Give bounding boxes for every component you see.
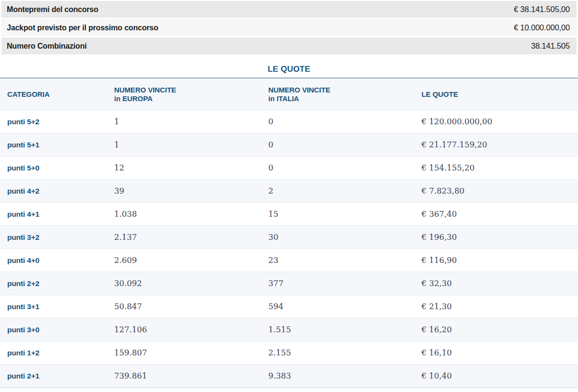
cell-wins-europa: 39 bbox=[114, 186, 268, 196]
quote-table-body: punti 5+2 1 0 € 120.000.000,00 punti 5+1… bbox=[0, 110, 578, 387]
cell-wins-italia: 594 bbox=[268, 302, 421, 311]
quote-table-row: punti 3+2 2.137 30 € 196,30 bbox=[0, 225, 578, 248]
quote-table-row: punti 5+1 1 0 € 21.177.159,20 bbox=[0, 133, 578, 156]
cell-category: punti 2+2 bbox=[7, 279, 114, 288]
cell-category: punti 5+2 bbox=[7, 118, 114, 126]
summary-row-value: € 10.000.000,00 bbox=[514, 23, 570, 32]
column-header-le-quote: LE QUOTE bbox=[421, 90, 578, 99]
cell-wins-italia: 2.155 bbox=[268, 348, 421, 357]
cell-wins-italia: 2 bbox=[268, 186, 421, 196]
cell-wins-italia: 0 bbox=[268, 117, 421, 126]
cell-wins-europa: 127.106 bbox=[114, 325, 268, 334]
cell-wins-europa: 30.092 bbox=[114, 279, 268, 288]
cell-quota: € 21.177.159,20 bbox=[421, 140, 578, 149]
cell-quota: € 367,40 bbox=[421, 209, 578, 219]
cell-quota: € 7.823,80 bbox=[421, 186, 578, 196]
summary-row-label: Numero Combinazioni bbox=[7, 42, 87, 51]
column-header-line1: LE QUOTE bbox=[421, 90, 578, 99]
cell-wins-italia: 0 bbox=[268, 140, 421, 149]
eurojackpot-results-page: Montepremi del concorso € 38.141.505,00 … bbox=[0, 0, 578, 388]
cell-wins-europa: 50.847 bbox=[114, 302, 268, 311]
quote-table-row: punti 1+2 159.807 2.155 € 16,10 bbox=[0, 341, 578, 364]
quote-table-row: punti 3+1 50.847 594 € 21,30 bbox=[0, 295, 578, 318]
quote-table-row: punti 5+0 12 0 € 154.155,20 bbox=[0, 156, 578, 179]
quote-table-row: punti 4+2 39 2 € 7.823,80 bbox=[0, 179, 578, 202]
quote-table-row: punti 4+1 1.038 15 € 367,40 bbox=[0, 202, 578, 225]
quote-table: CATEGORIA NUMERO VINCITE in EUROPA NUMER… bbox=[0, 78, 578, 388]
cell-category: punti 3+1 bbox=[7, 302, 114, 311]
cell-wins-italia: 0 bbox=[268, 163, 421, 172]
column-header-line1: NUMERO VINCITE bbox=[114, 86, 268, 94]
column-header-line2: in ITALIA bbox=[268, 94, 421, 103]
summary-row: Montepremi del concorso € 38.141.505,00 bbox=[1, 1, 577, 18]
quote-table-row: punti 3+0 127.106 1.515 € 16,20 bbox=[0, 318, 578, 341]
cell-wins-europa: 1 bbox=[114, 117, 268, 126]
cell-quota: € 116,90 bbox=[421, 256, 578, 265]
summary-row-value: 38.141.505 bbox=[531, 41, 570, 51]
cell-wins-europa: 1 bbox=[114, 140, 268, 149]
column-header-categoria: CATEGORIA bbox=[7, 90, 114, 99]
quote-table-header-row: CATEGORIA NUMERO VINCITE in EUROPA NUMER… bbox=[0, 78, 578, 110]
cell-category: punti 2+1 bbox=[7, 372, 114, 380]
summary-section: Montepremi del concorso € 38.141.505,00 … bbox=[0, 0, 578, 54]
cell-category: punti 3+2 bbox=[7, 233, 114, 242]
cell-wins-europa: 739.861 bbox=[114, 371, 268, 380]
cell-quota: € 16,10 bbox=[421, 348, 578, 357]
summary-row-value: € 38.141.505,00 bbox=[514, 5, 570, 14]
column-header-vincite-italia: NUMERO VINCITE in ITALIA bbox=[268, 86, 421, 103]
cell-wins-europa: 12 bbox=[114, 163, 268, 172]
summary-row-label: Montepremi del concorso bbox=[7, 5, 98, 14]
cell-category: punti 4+1 bbox=[7, 210, 114, 219]
cell-quota: € 21,30 bbox=[421, 302, 578, 311]
cell-wins-europa: 2.137 bbox=[114, 233, 268, 242]
cell-wins-italia: 1.515 bbox=[268, 325, 421, 334]
cell-wins-italia: 23 bbox=[268, 256, 421, 265]
column-header-line1: NUMERO VINCITE bbox=[268, 86, 421, 94]
summary-row: Jackpot previsto per il prossimo concors… bbox=[1, 19, 577, 36]
cell-quota: € 32,30 bbox=[421, 279, 578, 288]
cell-wins-europa: 159.807 bbox=[114, 348, 268, 357]
cell-category: punti 1+2 bbox=[7, 349, 114, 357]
quote-table-row: punti 2+1 739.861 9.383 € 10,40 bbox=[0, 364, 578, 387]
cell-wins-italia: 30 bbox=[268, 233, 421, 242]
cell-quota: € 154.155,20 bbox=[421, 163, 578, 172]
cell-quota: € 196,30 bbox=[421, 233, 578, 242]
cell-wins-europa: 1.038 bbox=[114, 209, 268, 219]
column-header-line2: in EUROPA bbox=[114, 94, 268, 103]
column-header-line1: CATEGORIA bbox=[7, 90, 114, 99]
quote-section-title: LE QUOTE bbox=[0, 61, 578, 78]
cell-category: punti 3+0 bbox=[7, 326, 114, 334]
summary-row: Numero Combinazioni 38.141.505 bbox=[1, 38, 577, 54]
cell-quota: € 10,40 bbox=[421, 371, 578, 380]
quote-table-row: punti 4+0 2.609 23 € 116,90 bbox=[0, 248, 578, 272]
cell-wins-italia: 9.383 bbox=[268, 371, 421, 380]
quote-table-row: punti 5+2 1 0 € 120.000.000,00 bbox=[0, 110, 578, 133]
cell-wins-italia: 15 bbox=[268, 209, 421, 219]
cell-wins-europa: 2.609 bbox=[114, 256, 268, 265]
cell-category: punti 5+1 bbox=[7, 141, 114, 149]
cell-category: punti 4+0 bbox=[7, 256, 114, 265]
quote-table-row: punti 2+2 30.092 377 € 32,30 bbox=[0, 272, 578, 295]
summary-row-label: Jackpot previsto per il prossimo concors… bbox=[7, 24, 158, 32]
column-header-vincite-europa: NUMERO VINCITE in EUROPA bbox=[114, 86, 268, 103]
cell-wins-italia: 377 bbox=[268, 279, 421, 288]
cell-category: punti 4+2 bbox=[7, 187, 114, 196]
cell-category: punti 5+0 bbox=[7, 164, 114, 172]
cell-quota: € 120.000.000,00 bbox=[421, 117, 578, 126]
cell-quota: € 16,20 bbox=[421, 325, 578, 334]
